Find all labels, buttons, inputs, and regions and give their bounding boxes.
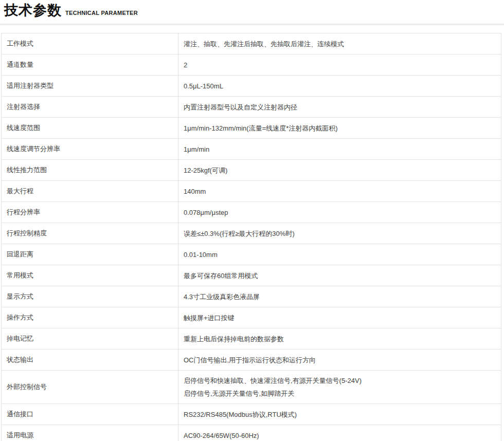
table-row: 状态输出OC门信号输出,用于指示运行状态和运行方向: [2, 350, 501, 371]
parameter-value-line: 4.3寸工业级真彩色液晶屏: [184, 290, 496, 303]
parameter-value: 140mm: [178, 181, 501, 202]
section-divider: [0, 24, 504, 25]
table-row: 回退距离0.01-10mm: [2, 244, 501, 265]
parameter-value: 重新上电后保持掉电前的数据参数: [178, 328, 501, 350]
parameter-value-line: 启停信号和快速抽取、快速灌注信号,有源开关量信号(5-24V): [184, 374, 496, 387]
parameter-label: 显示方式: [2, 286, 178, 307]
parameter-value: AC90-264/65W(50-60Hz): [178, 425, 501, 441]
parameter-value-line: AC90-264/65W(50-60Hz): [184, 429, 496, 441]
parameter-value-line: RS232/RS485(Modbus协议,RTU模式): [184, 408, 496, 421]
parameter-label: 工作模式: [2, 33, 178, 54]
parameter-label: 行程分辨率: [2, 202, 178, 223]
page-title-subtitle: TECHNICAL PARAMETER: [65, 10, 138, 16]
parameter-label: 适用注射器类型: [2, 76, 178, 97]
table-row: 线速度调节分辨率1μm/min: [2, 139, 501, 160]
parameter-label: 常用模式: [2, 265, 178, 286]
table-row: 常用模式最多可保存60组常用模式: [2, 265, 501, 286]
parameter-value-line: 0.5μL-150mL: [184, 80, 496, 93]
table-row: 最大行程140mm: [2, 181, 501, 202]
parameter-value: OC门信号输出,用于指示运行状态和运行方向: [178, 350, 501, 371]
parameter-value: RS232/RS485(Modbus协议,RTU模式): [178, 404, 501, 425]
parameter-value-line: 灌注、抽取、先灌注后抽取、先抽取后灌注、连续模式: [184, 38, 496, 50]
parameter-value: 启停信号和快速抽取、快速灌注信号,有源开关量信号(5-24V)启停信号,无源开关…: [178, 371, 501, 404]
parameter-value: 2: [178, 54, 501, 76]
parameter-value-line: OC门信号输出,用于指示运行状态和运行方向: [184, 354, 496, 366]
parameter-value-line: 重新上电后保持掉电前的数据参数: [184, 333, 496, 345]
technical-parameter-table: 工作模式灌注、抽取、先灌注后抽取、先抽取后灌注、连续模式通道数量2适用注射器类型…: [1, 33, 501, 441]
table-row: 线性推力范围12-25kgf(可调): [2, 160, 501, 181]
table-row: 通信接口RS232/RS485(Modbus协议,RTU模式): [2, 404, 501, 425]
parameter-value: 0.078μm/μstep: [178, 202, 501, 223]
table-row: 掉电记忆重新上电后保持掉电前的数据参数: [2, 328, 501, 350]
parameter-value: 4.3寸工业级真彩色液晶屏: [178, 286, 501, 307]
table-row: 线速度范围1μm/min-132mm/min(流量=线速度*注射器内截面积): [2, 118, 501, 139]
parameter-value-line: 内置注射器型号以及自定义注射器内径: [184, 101, 496, 114]
table-row: 行程控制精度误差≤±0.3%(行程≥最大行程的30%时): [2, 223, 501, 244]
parameter-label: 通道数量: [2, 54, 178, 76]
parameter-label: 外部控制信号: [2, 371, 178, 404]
page-header: 技术参数TECHNICAL PARAMETER: [0, 0, 504, 20]
table-row: 适用电源AC90-264/65W(50-60Hz): [2, 425, 501, 441]
parameter-value: 最多可保存60组常用模式: [178, 265, 501, 286]
parameter-value: 触摸屏+进口按键: [178, 307, 501, 328]
parameter-label: 适用电源: [2, 425, 178, 441]
parameter-value-line: 1μm/min-132mm/min(流量=线速度*注射器内截面积): [184, 122, 496, 135]
parameter-label: 线速度范围: [2, 118, 178, 139]
table-row: 通道数量2: [2, 54, 501, 76]
table-row: 适用注射器类型0.5μL-150mL: [2, 76, 501, 97]
parameter-value-line: 12-25kgf(可调): [184, 164, 496, 177]
parameter-value-line: 触摸屏+进口按键: [184, 311, 496, 324]
parameter-label: 注射器选择: [2, 97, 178, 118]
parameter-value-line: 误差≤±0.3%(行程≥最大行程的30%时): [184, 227, 496, 240]
table-row: 外部控制信号启停信号和快速抽取、快速灌注信号,有源开关量信号(5-24V)启停信…: [2, 371, 501, 404]
parameter-value: 0.5μL-150mL: [178, 76, 501, 97]
parameter-value-line: 0.01-10mm: [184, 248, 496, 261]
parameter-table-body: 工作模式灌注、抽取、先灌注后抽取、先抽取后灌注、连续模式通道数量2适用注射器类型…: [2, 33, 501, 441]
table-row: 操作方式触摸屏+进口按键: [2, 307, 501, 328]
parameter-value: 1μm/min-132mm/min(流量=线速度*注射器内截面积): [178, 118, 501, 139]
parameter-value-line: 140mm: [184, 185, 496, 198]
table-row: 行程分辨率0.078μm/μstep: [2, 202, 501, 223]
parameter-label: 线速度调节分辨率: [2, 139, 178, 160]
table-row: 工作模式灌注、抽取、先灌注后抽取、先抽取后灌注、连续模式: [2, 33, 501, 54]
parameter-value-line: 0.078μm/μstep: [184, 206, 496, 219]
parameter-value: 0.01-10mm: [178, 244, 501, 265]
parameter-label: 回退距离: [2, 244, 178, 265]
parameter-value-line: 最多可保存60组常用模式: [184, 269, 496, 282]
parameter-label: 行程控制精度: [2, 223, 178, 244]
parameter-label: 最大行程: [2, 181, 178, 202]
parameter-value-line: 2: [184, 59, 496, 71]
parameter-value: 12-25kgf(可调): [178, 160, 501, 181]
parameter-value: 内置注射器型号以及自定义注射器内径: [178, 97, 501, 118]
parameter-label: 状态输出: [2, 350, 178, 371]
parameter-value: 1μm/min: [178, 139, 501, 160]
table-row: 显示方式4.3寸工业级真彩色液晶屏: [2, 286, 501, 307]
parameter-label: 掉电记忆: [2, 328, 178, 350]
parameter-value: 灌注、抽取、先灌注后抽取、先抽取后灌注、连续模式: [178, 33, 501, 54]
parameter-label: 线性推力范围: [2, 160, 178, 181]
table-row: 注射器选择内置注射器型号以及自定义注射器内径: [2, 97, 501, 118]
parameter-value-line: 启停信号,无源开关量信号,如脚踏开关: [184, 387, 496, 400]
parameter-value: 误差≤±0.3%(行程≥最大行程的30%时): [178, 223, 501, 244]
parameter-label: 操作方式: [2, 307, 178, 328]
parameter-label: 通信接口: [2, 404, 178, 425]
parameter-value-line: 1μm/min: [184, 143, 496, 156]
page-title: 技术参数: [4, 1, 62, 20]
